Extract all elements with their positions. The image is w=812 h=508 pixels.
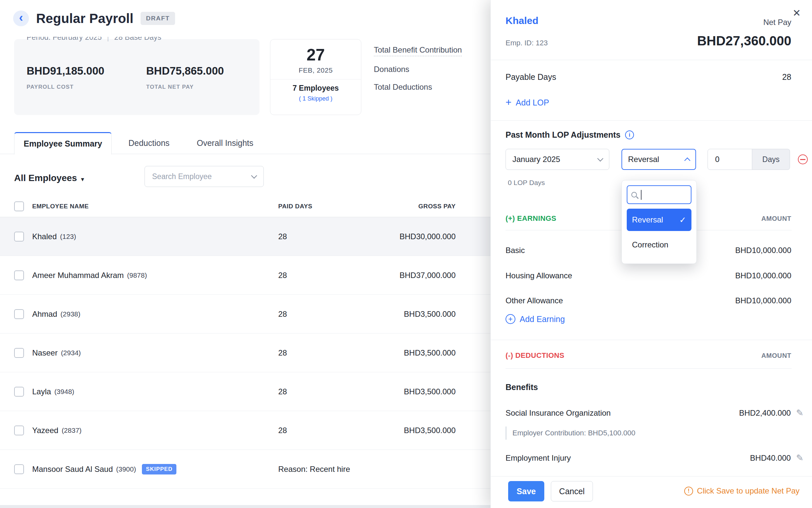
employee-name: Mansoor Saud Al Saud bbox=[32, 465, 113, 474]
info-icon[interactable]: i bbox=[625, 130, 634, 139]
dropdown-search-input[interactable] bbox=[627, 185, 691, 204]
lop-days-input[interactable] bbox=[708, 149, 752, 170]
chevron-down-icon bbox=[251, 172, 257, 178]
payroll-summary-card: BHD91,185.000 PAYROLL COST BHD75,865.000… bbox=[14, 39, 260, 115]
earning-amount: BHD10,000.000 bbox=[735, 296, 791, 305]
deduction-label: Employment Injury bbox=[505, 454, 750, 463]
row-checkbox[interactable] bbox=[14, 464, 24, 474]
net-pay-label: Net Pay bbox=[763, 18, 791, 27]
add-earning-button[interactable]: + Add Earning bbox=[505, 314, 565, 324]
employee-count: 7 Employees bbox=[270, 84, 361, 93]
pay-month-year: FEB, 2025 bbox=[270, 67, 361, 74]
select-all-checkbox[interactable] bbox=[14, 202, 24, 211]
lop-month-value: January 2025 bbox=[512, 155, 560, 164]
total-deductions-link[interactable]: Total Deductions bbox=[374, 82, 432, 92]
employee-id: (3900) bbox=[116, 465, 136, 473]
column-employee-name: EMPLOYEE NAME bbox=[32, 203, 89, 210]
payable-days-value: 28 bbox=[782, 72, 791, 82]
lop-month-select[interactable]: January 2025 bbox=[505, 149, 609, 170]
lop-type-select[interactable]: Reversal bbox=[622, 149, 696, 170]
total-net-pay-metric: BHD75,865.000 TOTAL NET PAY bbox=[146, 65, 224, 90]
employee-id: (2938) bbox=[60, 310, 81, 318]
deduction-row: Social Insurance Organization BHD2,400.0… bbox=[505, 408, 804, 418]
earnings-amount-label: AMOUNT bbox=[761, 215, 791, 222]
lop-type-value: Reversal bbox=[628, 155, 659, 164]
row-checkbox[interactable] bbox=[14, 348, 24, 358]
earning-label: Other Allowance bbox=[505, 296, 563, 305]
check-icon: ✓ bbox=[679, 215, 686, 225]
pay-day: 27 bbox=[270, 47, 361, 63]
drawer-employee-name-link[interactable]: Khaled bbox=[505, 15, 538, 26]
lop-days-group: Days bbox=[708, 149, 790, 170]
paid-days-cell: 28 bbox=[278, 426, 287, 435]
employee-name: Khaled bbox=[32, 232, 57, 241]
table-row[interactable]: Layla(3948) 28 BHD3,500.000 bbox=[0, 372, 490, 411]
tab-employee-summary[interactable]: Employee Summary bbox=[14, 132, 112, 155]
earning-row: Other Allowance BHD10,000.000 bbox=[505, 296, 791, 305]
skipped-count-link[interactable]: ( 1 Skipped ) bbox=[270, 95, 361, 102]
skipped-badge: SKIPPED bbox=[142, 464, 176, 474]
row-checkbox[interactable] bbox=[14, 387, 24, 396]
lop-type-dropdown: Reversal ✓ Correction bbox=[622, 180, 697, 264]
deductions-title: (-) DEDUCTIONS bbox=[505, 351, 564, 360]
earning-label: Basic bbox=[505, 246, 525, 255]
employee-name: Naseer bbox=[32, 348, 57, 357]
payroll-cost-metric: BHD91,185.000 PAYROLL COST bbox=[27, 65, 104, 90]
table-row[interactable]: Ahmad(2938) 28 BHD3,500.000 bbox=[0, 295, 490, 334]
table-row[interactable]: Yazeed(2837) 28 BHD3,500.000 bbox=[0, 411, 490, 450]
donations-link[interactable]: Donations bbox=[374, 65, 409, 74]
paid-days-cell: 28 bbox=[278, 348, 287, 357]
row-checkbox[interactable] bbox=[14, 309, 24, 319]
divider bbox=[491, 60, 812, 60]
edit-icon[interactable]: ✎ bbox=[796, 408, 804, 418]
close-icon[interactable]: ✕ bbox=[791, 8, 803, 18]
earning-amount: BHD10,000.000 bbox=[735, 246, 791, 255]
table-row[interactable]: Ameer Muhammad Akram(9878) 28 BHD37,000.… bbox=[0, 256, 490, 295]
row-checkbox[interactable] bbox=[14, 426, 24, 435]
tab-deductions[interactable]: Deductions bbox=[128, 132, 170, 154]
total-benefit-contribution-link[interactable]: Total Benefit Contribution bbox=[374, 45, 462, 56]
employee-name: Ahmad bbox=[32, 309, 57, 319]
search-employee-select[interactable]: Search Employee bbox=[144, 166, 264, 187]
row-checkbox[interactable] bbox=[14, 270, 24, 280]
deduction-row: Employment Injury BHD40.000 ✎ bbox=[505, 453, 804, 463]
earnings-title: (+) EARNINGS bbox=[505, 214, 556, 223]
tab-overall-insights[interactable]: Overall Insights bbox=[197, 132, 253, 154]
add-lop-label: Add LOP bbox=[516, 98, 549, 108]
employee-id: (2837) bbox=[62, 426, 82, 434]
paid-days-cell: 28 bbox=[278, 271, 287, 280]
employee-filter-dropdown[interactable]: All Employees ▾ bbox=[14, 170, 84, 186]
employee-id: (3948) bbox=[54, 388, 74, 396]
table-row[interactable]: Khaled(123) 28 BHD30,000.000 bbox=[0, 217, 490, 256]
gross-pay-cell: BHD3,500.000 bbox=[404, 309, 456, 319]
deductions-header: (-) DEDUCTIONS AMOUNT bbox=[505, 351, 791, 360]
table-row[interactable]: Naseer(2934) 28 BHD3,500.000 bbox=[0, 334, 490, 372]
save-button[interactable]: Save bbox=[508, 481, 544, 501]
payable-days-label: Payable Days bbox=[505, 72, 556, 82]
summary-links: Total Benefit Contribution Donations Tot… bbox=[374, 45, 462, 92]
table-row[interactable]: Mansoor Saud Al Saud(3900) SKIPPED Reaso… bbox=[0, 450, 490, 489]
dropdown-option-correction[interactable]: Correction bbox=[627, 234, 691, 255]
table-header-row: EMPLOYEE NAME PAID DAYS GROSS PAY bbox=[0, 196, 490, 217]
edit-icon[interactable]: ✎ bbox=[796, 453, 804, 463]
search-icon bbox=[631, 192, 637, 198]
warning-text: Click Save to update Net Pay bbox=[697, 486, 800, 496]
column-paid-days: PAID DAYS bbox=[278, 203, 312, 210]
days-unit-label: Days bbox=[752, 149, 790, 170]
employee-detail-drawer: ✕ Khaled Net Pay Emp. ID: 123 BHD27,360.… bbox=[490, 0, 812, 508]
row-checkbox[interactable] bbox=[14, 231, 24, 242]
skip-reason: Reason: Recent hire bbox=[278, 465, 350, 474]
net-pay-value: BHD27,360.000 bbox=[697, 34, 791, 48]
caret-down-icon: ▾ bbox=[81, 175, 84, 183]
dropdown-option-reversal[interactable]: Reversal ✓ bbox=[627, 209, 691, 231]
employee-id: (2934) bbox=[61, 349, 81, 357]
add-lop-button[interactable]: + Add LOP bbox=[505, 98, 549, 108]
plus-circle-icon: + bbox=[505, 314, 515, 324]
bottom-scroll-strip bbox=[0, 505, 490, 508]
remove-lop-row-icon[interactable] bbox=[798, 155, 808, 164]
warning-icon: ! bbox=[684, 486, 693, 496]
lop-section-title: Past Month LOP Adjustments bbox=[505, 130, 621, 140]
cancel-button[interactable]: Cancel bbox=[551, 481, 593, 501]
back-button[interactable]: ‹ bbox=[13, 10, 29, 26]
paid-days-cell: 28 bbox=[278, 309, 287, 319]
